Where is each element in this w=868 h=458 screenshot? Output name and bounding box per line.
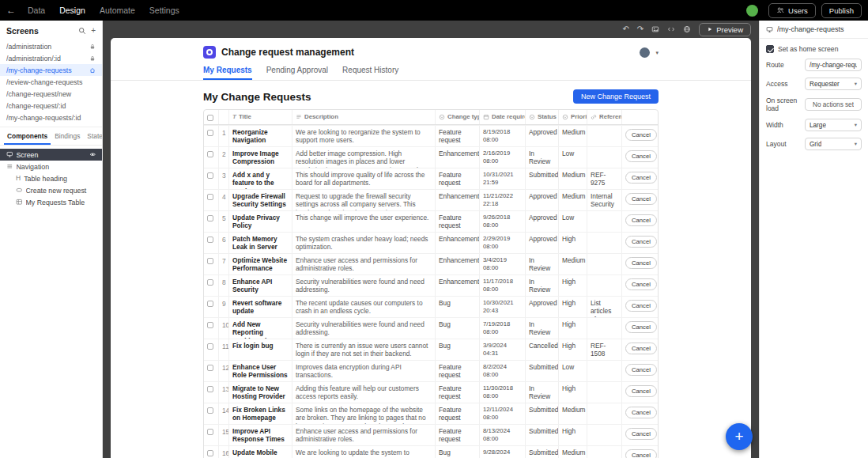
undo-icon[interactable]: ↶ <box>622 25 628 33</box>
row-checkbox[interactable] <box>207 172 213 179</box>
table-row[interactable]: 15 Improve API Response Times Enhance us… <box>204 424 658 445</box>
column-header-status[interactable]: Status <box>525 110 558 124</box>
row-checkbox[interactable] <box>207 151 213 157</box>
row-checkbox[interactable] <box>207 386 213 392</box>
column-header-references[interactable]: References <box>587 110 621 124</box>
tab-pending-approval[interactable]: Pending Approval <box>266 66 328 80</box>
table-row[interactable]: 8 Enhance API Security Security vulnerab… <box>204 274 658 296</box>
tab-design[interactable]: Design <box>52 0 92 21</box>
table-row[interactable]: 14 Fix Broken Links on Homepage Some lin… <box>204 403 658 424</box>
table-row[interactable]: 11 Fix login bug There is currently an i… <box>204 339 658 360</box>
column-header-date-required[interactable]: Date required <box>479 110 525 124</box>
web-preview-icon[interactable] <box>683 25 691 33</box>
route-item[interactable]: /administration/:id <box>0 52 102 64</box>
table-row[interactable]: 1 Reorganize Navigation Structure We are… <box>204 125 658 146</box>
app-user-avatar[interactable] <box>640 47 650 58</box>
table-row[interactable]: 4 Upgrade Firewall Security Settings Req… <box>204 189 658 210</box>
preview-button[interactable]: Preview <box>699 23 751 36</box>
route-item[interactable]: /my-change-requests <box>0 64 102 76</box>
column-header-priority[interactable]: Priority <box>558 110 587 124</box>
table-row[interactable]: 13 Migrate to New Hosting Provider Addin… <box>204 381 658 403</box>
column-header-description[interactable]: Description <box>292 110 435 124</box>
select-all-checkbox[interactable] <box>207 115 213 121</box>
tab-automate[interactable]: Automate <box>92 0 142 21</box>
column-header-title[interactable]: TTitle <box>228 110 292 124</box>
users-button[interactable]: Users <box>768 3 816 18</box>
panel-tab-state[interactable]: State <box>84 131 103 145</box>
cancel-request-button[interactable]: Cancel <box>625 236 657 248</box>
route-item[interactable]: /change-request/new <box>0 88 102 100</box>
route-item[interactable]: /review-change-requests <box>0 76 102 88</box>
cancel-request-button[interactable]: Cancel <box>625 321 657 333</box>
panel-tab-components[interactable]: Components <box>4 131 51 145</box>
row-checkbox[interactable] <box>207 407 213 414</box>
cancel-request-button[interactable]: Cancel <box>625 300 657 312</box>
route-item[interactable]: /administration <box>0 40 102 52</box>
route-item[interactable]: /my-change-requests/:id <box>0 112 102 123</box>
access-select[interactable]: Requester ▾ <box>805 78 862 90</box>
table-row[interactable]: 16 Update Mobile App We are looking to u… <box>204 445 658 458</box>
row-checkbox[interactable] <box>207 237 213 243</box>
table-row[interactable]: 5 Update Privacy Policy This change will… <box>204 210 658 232</box>
row-checkbox[interactable] <box>207 429 213 435</box>
layout-select[interactable]: Grid ▾ <box>805 138 862 150</box>
row-checkbox[interactable] <box>207 130 213 136</box>
tab-request-history[interactable]: Request History <box>342 66 398 80</box>
row-checkbox[interactable] <box>207 450 213 456</box>
tree-item[interactable]: H Table heading <box>0 172 102 184</box>
table-row[interactable]: 12 Enhance User Role Permissions Improve… <box>204 360 658 381</box>
search-icon[interactable] <box>78 27 86 35</box>
cancel-request-button[interactable]: Cancel <box>625 129 657 141</box>
redo-icon[interactable]: ↷ <box>637 25 643 33</box>
cancel-request-button[interactable]: Cancel <box>625 343 657 354</box>
new-change-request-button[interactable]: New Change Request <box>573 89 659 104</box>
add-screen-icon[interactable]: + <box>91 27 96 35</box>
row-checkbox[interactable] <box>207 322 213 328</box>
cancel-request-button[interactable]: Cancel <box>625 407 657 418</box>
user-avatar[interactable] <box>746 5 758 17</box>
table-row[interactable]: 7 Optimize Website Performance Enhance u… <box>204 253 658 274</box>
panel-tab-bindings[interactable]: Bindings <box>51 131 83 145</box>
route-input[interactable] <box>805 59 862 71</box>
tab-my-requests[interactable]: My Requests <box>203 66 252 80</box>
add-component-fab[interactable]: + <box>726 423 753 450</box>
cancel-request-button[interactable]: Cancel <box>625 257 657 269</box>
row-checkbox[interactable] <box>207 258 213 264</box>
cancel-request-button[interactable]: Cancel <box>625 278 657 290</box>
cancel-request-button[interactable]: Cancel <box>625 364 657 376</box>
table-row[interactable]: 3 Add x and y feature to the product Thi… <box>204 168 658 189</box>
tab-data[interactable]: Data <box>21 0 52 21</box>
route-item[interactable]: /change-request/:id <box>0 100 102 112</box>
cancel-request-button[interactable]: Cancel <box>625 214 657 226</box>
tab-settings[interactable]: Settings <box>142 0 187 21</box>
table-row[interactable]: 6 Patch Memory Leak in Server The system… <box>204 232 658 253</box>
row-checkbox[interactable] <box>207 215 213 221</box>
cancel-request-button[interactable]: Cancel <box>625 385 657 397</box>
tree-item[interactable]: Navigation <box>0 161 102 172</box>
table-row[interactable]: 10 Add New Reporting Dashboard Security … <box>204 317 658 339</box>
back-arrow-icon[interactable]: ← <box>6 6 16 15</box>
publish-button[interactable]: Publish <box>821 3 862 18</box>
row-checkbox[interactable] <box>207 343 213 350</box>
eye-icon[interactable] <box>89 151 96 158</box>
table-row[interactable]: 2 Improve Image Compression Add better i… <box>204 146 658 168</box>
table-row[interactable]: 9 Revert software update The recent upda… <box>204 296 658 317</box>
row-checkbox[interactable] <box>207 365 213 371</box>
chevron-down-icon[interactable]: ▾ <box>655 50 659 55</box>
on-screen-load-button[interactable]: No actions set <box>805 98 862 111</box>
row-checkbox[interactable] <box>207 279 213 286</box>
cancel-request-button[interactable]: Cancel <box>625 150 657 162</box>
row-checkbox[interactable] <box>207 301 213 307</box>
screenshot-icon[interactable] <box>651 25 659 33</box>
row-checkbox[interactable] <box>207 194 213 200</box>
home-screen-checkbox[interactable] <box>766 45 774 53</box>
cancel-request-button[interactable]: Cancel <box>625 193 657 205</box>
code-icon[interactable] <box>667 25 675 33</box>
tree-item[interactable]: Screen <box>0 149 102 161</box>
cancel-request-button[interactable]: Cancel <box>625 449 657 458</box>
width-select[interactable]: Large ▾ <box>805 119 862 131</box>
cancel-request-button[interactable]: Cancel <box>625 428 657 440</box>
cancel-request-button[interactable]: Cancel <box>625 172 657 184</box>
tree-item[interactable]: Create new request <box>0 184 102 196</box>
column-header-change-type[interactable]: Change type <box>435 110 479 124</box>
